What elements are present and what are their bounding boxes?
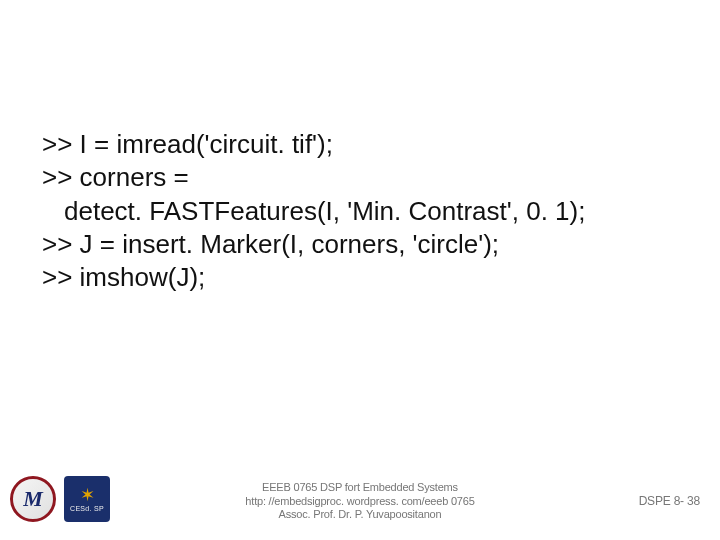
code-block: >> I = imread('circuit. tif'); >> corner… <box>42 128 660 294</box>
slide-footer: M ✶ CESd. SP EEEB 0765 DSP fort Embedded… <box>0 462 720 522</box>
code-line-5: >> imshow(J); <box>42 261 660 294</box>
code-line-4: >> J = insert. Marker(I, corners, 'circl… <box>42 228 660 261</box>
code-line-1: >> I = imread('circuit. tif'); <box>42 128 660 161</box>
footer-credits: EEEB 0765 DSP fort Embedded Systems http… <box>245 481 474 522</box>
cesdsp-label: CESd. SP <box>70 505 104 512</box>
footer-logos: M ✶ CESd. SP <box>10 476 110 522</box>
footer-course: EEEB 0765 DSP fort Embedded Systems <box>245 481 474 495</box>
slide: >> I = imread('circuit. tif'); >> corner… <box>0 0 720 540</box>
code-line-3: detect. FASTFeatures(I, 'Min. Contrast',… <box>42 195 660 228</box>
footer-author: Assoc. Prof. Dr. P. Yuvapoositanon <box>245 508 474 522</box>
star-icon: ✶ <box>80 486 95 504</box>
footer-url: http: //embedsigproc. wordpress. com/eee… <box>245 495 474 509</box>
code-line-2: >> corners = <box>42 161 660 194</box>
institution-monogram: M <box>23 486 43 512</box>
slide-number: DSPE 8- 38 <box>639 494 700 508</box>
cesdsp-logo-icon: ✶ CESd. SP <box>64 476 110 522</box>
institution-logo-icon: M <box>10 476 56 522</box>
